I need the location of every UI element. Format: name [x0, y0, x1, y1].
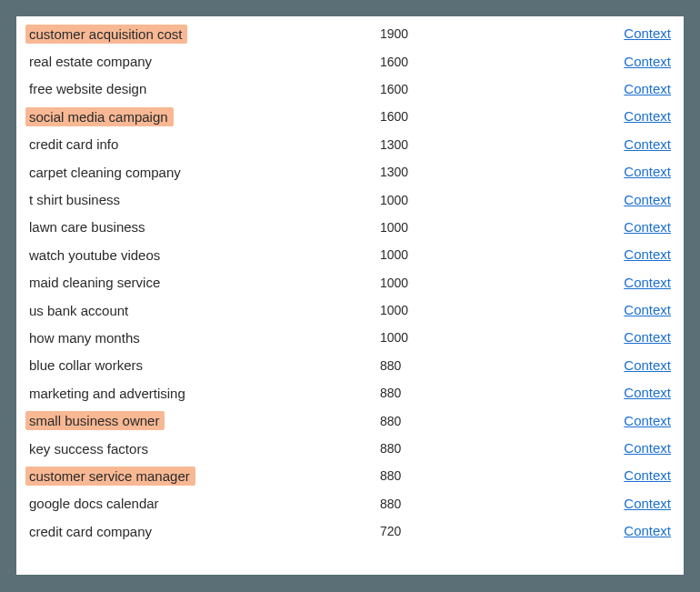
term-text: customer acquisition cost	[25, 25, 187, 44]
context-link[interactable]: Context	[624, 164, 671, 179]
term-cell: t shirt business	[25, 190, 380, 209]
term-cell: google docs calendar	[25, 494, 380, 513]
count-cell: 1000	[380, 247, 489, 262]
table-row: us bank account1000Context	[16, 296, 684, 324]
term-cell: key success factors	[25, 439, 380, 458]
context-link[interactable]: Context	[624, 385, 671, 400]
context-link[interactable]: Context	[624, 54, 671, 69]
table-row: google docs calendar880Context	[16, 490, 684, 517]
count-cell: 1900	[380, 26, 489, 41]
term-text: credit card company	[25, 522, 157, 541]
table-row: small business owner880Context	[16, 406, 684, 434]
table-row: carpet cleaning company1300Context	[16, 158, 684, 186]
term-text: marketing and advertising	[25, 384, 191, 403]
term-cell: credit card company	[25, 522, 380, 541]
context-link[interactable]: Context	[624, 81, 671, 96]
context-link[interactable]: Context	[624, 357, 671, 373]
term-cell: blue collar workers	[25, 356, 380, 375]
context-link[interactable]: Context	[624, 275, 671, 290]
table-row: free website design1600Context	[16, 75, 684, 103]
context-cell: Context	[489, 54, 671, 70]
term-cell: watch youtube videos	[25, 246, 380, 265]
count-cell: 880	[380, 497, 489, 511]
term-cell: us bank account	[25, 301, 380, 320]
table-row: how many months1000Context	[16, 324, 684, 351]
context-link[interactable]: Context	[624, 523, 671, 538]
term-cell: marketing and advertising	[25, 384, 380, 403]
count-cell: 720	[380, 524, 489, 538]
term-cell: carpet cleaning company	[25, 163, 380, 182]
keyword-table-panel: customer acquisition cost1900Contextreal…	[16, 16, 684, 575]
term-text: lawn care business	[25, 217, 151, 236]
context-cell: Context	[489, 219, 671, 236]
count-cell: 1300	[380, 137, 489, 152]
count-cell: 1000	[380, 303, 489, 317]
count-cell: 1000	[380, 276, 489, 290]
term-cell: maid cleaning service	[25, 273, 380, 292]
context-link[interactable]: Context	[624, 496, 671, 511]
term-cell: social media campaign	[25, 107, 380, 126]
context-cell: Context	[489, 413, 671, 429]
context-cell: Context	[489, 275, 671, 291]
term-text: us bank account	[25, 301, 134, 320]
context-link[interactable]: Context	[624, 25, 671, 41]
term-cell: how many months	[25, 328, 380, 347]
context-link[interactable]: Context	[624, 302, 671, 317]
count-cell: 1000	[380, 193, 489, 207]
count-cell: 880	[380, 358, 489, 373]
term-text: credit card info	[25, 135, 124, 154]
context-cell: Context	[489, 136, 671, 153]
table-row: social media campaign1600Context	[16, 103, 684, 130]
term-text: small business owner	[25, 411, 165, 430]
term-text: how many months	[25, 328, 145, 347]
count-cell: 1600	[380, 82, 489, 96]
context-link[interactable]: Context	[624, 219, 671, 235]
context-link[interactable]: Context	[624, 467, 671, 483]
context-cell: Context	[489, 246, 671, 263]
count-cell: 1000	[380, 220, 489, 235]
count-cell: 880	[380, 441, 489, 456]
term-cell: customer acquisition cost	[25, 25, 380, 44]
context-cell: Context	[489, 192, 671, 208]
term-text: customer service manager	[25, 467, 195, 486]
context-link[interactable]: Context	[624, 246, 671, 262]
term-text: watch youtube videos	[25, 246, 165, 265]
context-cell: Context	[489, 81, 671, 97]
term-text: blue collar workers	[25, 356, 148, 375]
context-link[interactable]: Context	[624, 440, 671, 456]
context-cell: Context	[489, 440, 671, 457]
table-row: lawn care business1000Context	[16, 214, 684, 241]
context-cell: Context	[489, 108, 671, 125]
count-cell: 880	[380, 414, 489, 428]
context-cell: Context	[489, 25, 671, 42]
count-cell: 1000	[380, 330, 489, 345]
table-row: marketing and advertising880Context	[16, 379, 684, 406]
term-text: key success factors	[25, 439, 154, 458]
term-text: social media campaign	[25, 107, 174, 126]
context-link[interactable]: Context	[624, 136, 671, 152]
term-text: carpet cleaning company	[25, 163, 186, 182]
term-text: maid cleaning service	[25, 273, 165, 292]
term-cell: free website design	[25, 79, 380, 98]
term-cell: credit card info	[25, 135, 380, 154]
term-text: free website design	[25, 79, 152, 98]
context-link[interactable]: Context	[624, 329, 671, 345]
table-row: maid cleaning service1000Context	[16, 269, 684, 296]
count-cell: 1300	[380, 165, 489, 179]
table-row: watch youtube videos1000Context	[16, 241, 684, 268]
count-cell: 1600	[380, 55, 489, 69]
table-row: credit card company720Context	[16, 517, 684, 545]
term-text: real estate company	[25, 52, 157, 71]
context-link[interactable]: Context	[624, 192, 671, 207]
count-cell: 880	[380, 386, 489, 400]
context-link[interactable]: Context	[624, 108, 671, 124]
context-cell: Context	[489, 523, 671, 539]
context-link[interactable]: Context	[624, 413, 671, 428]
table-row: real estate company1600Context	[16, 47, 684, 75]
table-row: t shirt business1000Context	[16, 186, 684, 213]
table-row: key success factors880Context	[16, 435, 684, 462]
context-cell: Context	[489, 496, 671, 512]
term-cell: real estate company	[25, 52, 380, 71]
count-cell: 880	[380, 468, 489, 483]
context-cell: Context	[489, 302, 671, 318]
